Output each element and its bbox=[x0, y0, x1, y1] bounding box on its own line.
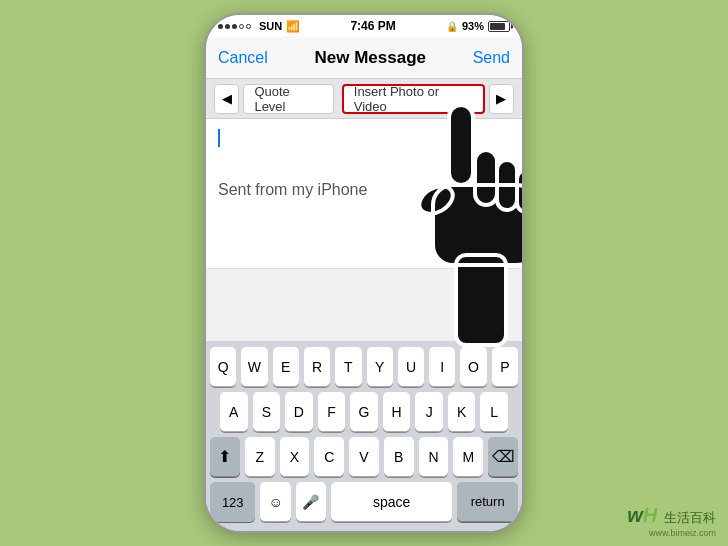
key-q[interactable]: Q bbox=[210, 347, 236, 387]
status-bar: SUN 📶 7:46 PM 🔒 93% bbox=[206, 15, 522, 37]
keyboard-row-3: ⬆ Z X C V B N M ⌫ bbox=[210, 437, 518, 477]
dot5 bbox=[246, 24, 251, 29]
key-j[interactable]: J bbox=[415, 392, 443, 432]
key-m[interactable]: M bbox=[453, 437, 483, 477]
keyboard-row-1: Q W E R T Y U I O P bbox=[210, 347, 518, 387]
key-emoji[interactable]: ☺ bbox=[260, 482, 290, 522]
battery-fill bbox=[490, 23, 505, 30]
signal-dots bbox=[218, 24, 251, 29]
left-arrow-button[interactable]: ◀ bbox=[214, 84, 239, 114]
dot2 bbox=[225, 24, 230, 29]
formatting-toolbar: ◀ Quote Level Insert Photo or Video ▶ bbox=[206, 79, 522, 119]
watermark-h-letter: H bbox=[643, 504, 657, 526]
right-arrow-button[interactable]: ▶ bbox=[489, 84, 514, 114]
key-z[interactable]: Z bbox=[245, 437, 275, 477]
key-delete[interactable]: ⌫ bbox=[488, 437, 518, 477]
nav-bar: Cancel New Message Send bbox=[206, 37, 522, 79]
key-i[interactable]: I bbox=[429, 347, 455, 387]
key-a[interactable]: A bbox=[220, 392, 248, 432]
sent-from-text: Sent from my iPhone bbox=[218, 181, 510, 199]
quote-level-button[interactable]: Quote Level bbox=[243, 84, 333, 114]
key-c[interactable]: C bbox=[314, 437, 344, 477]
message-title: New Message bbox=[314, 48, 426, 68]
key-d[interactable]: D bbox=[285, 392, 313, 432]
key-f[interactable]: F bbox=[318, 392, 346, 432]
key-l[interactable]: L bbox=[480, 392, 508, 432]
status-left: SUN 📶 bbox=[218, 20, 300, 33]
wifi-icon: 📶 bbox=[286, 20, 300, 33]
keyboard: Q W E R T Y U I O P A S D F G H J K bbox=[206, 341, 522, 531]
key-s[interactable]: S bbox=[253, 392, 281, 432]
battery-icon bbox=[488, 21, 510, 32]
time-display: 7:46 PM bbox=[350, 19, 395, 33]
dot3 bbox=[232, 24, 237, 29]
key-v[interactable]: V bbox=[349, 437, 379, 477]
watermark-url: www.bimeiz.com bbox=[627, 528, 716, 538]
message-body[interactable]: Sent from my iPhone bbox=[206, 119, 522, 269]
send-button[interactable]: Send bbox=[473, 49, 510, 67]
key-e[interactable]: E bbox=[273, 347, 299, 387]
watermark-logo: wH 生活百科 bbox=[627, 504, 716, 527]
keyboard-row-2: A S D F G H J K L bbox=[210, 392, 518, 432]
keyboard-row-4: 123 ☺ 🎤 space return bbox=[210, 482, 518, 522]
dot1 bbox=[218, 24, 223, 29]
key-o[interactable]: O bbox=[460, 347, 486, 387]
key-x[interactable]: X bbox=[280, 437, 310, 477]
key-return[interactable]: return bbox=[457, 482, 518, 522]
key-y[interactable]: Y bbox=[367, 347, 393, 387]
watermark-w-letter: w bbox=[627, 504, 643, 526]
key-space[interactable]: space bbox=[331, 482, 452, 522]
dot4 bbox=[239, 24, 244, 29]
key-t[interactable]: T bbox=[335, 347, 361, 387]
key-numbers[interactable]: 123 bbox=[210, 482, 255, 522]
lock-icon: 🔒 bbox=[446, 21, 458, 32]
key-u[interactable]: U bbox=[398, 347, 424, 387]
cancel-button[interactable]: Cancel bbox=[218, 49, 268, 67]
watermark: wH 生活百科 www.bimeiz.com bbox=[627, 504, 716, 538]
key-k[interactable]: K bbox=[448, 392, 476, 432]
key-p[interactable]: P bbox=[492, 347, 518, 387]
key-microphone[interactable]: 🎤 bbox=[296, 482, 326, 522]
watermark-label: 生活百科 bbox=[664, 510, 716, 525]
status-right: 🔒 93% bbox=[446, 20, 510, 32]
key-h[interactable]: H bbox=[383, 392, 411, 432]
key-shift[interactable]: ⬆ bbox=[210, 437, 240, 477]
key-n[interactable]: N bbox=[419, 437, 449, 477]
key-g[interactable]: G bbox=[350, 392, 378, 432]
text-cursor bbox=[218, 129, 220, 147]
key-b[interactable]: B bbox=[384, 437, 414, 477]
battery-percent: 93% bbox=[462, 20, 484, 32]
insert-photo-button[interactable]: Insert Photo or Video bbox=[342, 84, 485, 114]
key-r[interactable]: R bbox=[304, 347, 330, 387]
key-w[interactable]: W bbox=[241, 347, 267, 387]
carrier-name: SUN bbox=[259, 20, 282, 32]
